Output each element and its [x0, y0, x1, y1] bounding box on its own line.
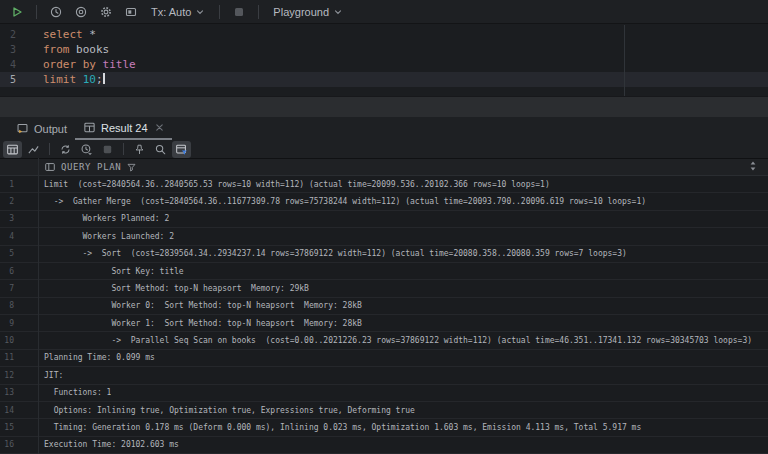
tab-output[interactable]: Output — [8, 117, 75, 140]
chart-view-button[interactable] — [24, 141, 43, 158]
in-editor-results-button[interactable] — [120, 2, 142, 22]
tab-result-24[interactable]: Result 24 — [75, 117, 171, 140]
plan-row-text: Sort Method: top-N heapsort Memory: 29kB — [38, 284, 309, 293]
plan-row-text: -> Gather Merge (cost=2840564.36..116773… — [38, 197, 646, 206]
code-text: select * — [16, 27, 96, 42]
reload-icon — [59, 143, 72, 156]
reload-button[interactable] — [56, 141, 75, 158]
plan-row[interactable]: 5 -> Sort (cost=2839564.34..2934237.14 r… — [0, 246, 768, 263]
plan-row[interactable]: 2 -> Gather Merge (cost=2840564.36..1167… — [0, 193, 768, 210]
clock-icon — [49, 5, 63, 19]
settings-button[interactable] — [95, 2, 117, 22]
plan-row-text: Workers Launched: 2 — [38, 232, 174, 241]
line-number: 5 — [0, 72, 16, 87]
output-console-icon — [16, 122, 29, 135]
code-text: from books — [16, 42, 109, 57]
plan-row[interactable]: 14 Options: Inlining true, Optimization … — [0, 402, 768, 419]
result-toolbar — [0, 140, 768, 158]
sort-arrows-icon — [748, 160, 758, 172]
plan-row-text: -> Sort (cost=2839564.34..2934237.14 row… — [38, 249, 627, 258]
console-selector[interactable]: Playground — [267, 2, 349, 22]
plan-row[interactable]: 6 Sort Key: title — [0, 263, 768, 280]
header-gutter — [0, 159, 38, 175]
plan-row-text: Worker 0: Sort Method: top-N heapsort Me… — [38, 301, 362, 310]
plan-row-text: Worker 1: Sort Method: top-N heapsort Me… — [38, 319, 362, 328]
plan-row[interactable]: 9 Worker 1: Sort Method: top-N heapsort … — [0, 315, 768, 332]
toolbar-separator — [36, 5, 37, 19]
row-number: 4 — [0, 232, 38, 241]
line-number: 2 — [0, 27, 16, 42]
plan-row[interactable]: 16Execution Time: 20102.603 ms — [0, 437, 768, 454]
toolbar-separator — [123, 143, 124, 155]
plan-row[interactable]: 1Limit (cost=2840564.36..2840565.53 rows… — [0, 176, 768, 193]
pin-button[interactable] — [130, 141, 149, 158]
result-tabs-bar: Output Result 24 — [0, 117, 768, 140]
grid-view-icon — [6, 143, 19, 156]
search-icon — [154, 143, 167, 156]
grid-column-header[interactable]: QUERY PLAN — [0, 158, 768, 176]
plan-row[interactable]: 10 -> Parallel Seq Scan on books (cost=0… — [0, 332, 768, 349]
plan-row[interactable]: 8 Worker 0: Sort Method: top-N heapsort … — [0, 298, 768, 315]
auto-refresh-clock-icon — [80, 143, 93, 156]
plan-row[interactable]: 7 Sort Method: top-N heapsort Memory: 29… — [0, 280, 768, 297]
text-caret — [103, 73, 105, 84]
plan-row-text: Functions: 1 — [38, 388, 111, 397]
run-button[interactable] — [6, 2, 28, 22]
plan-row-text: Timing: Generation 0.178 ms (Deform 0.00… — [38, 423, 641, 432]
tx-mode-selector[interactable]: Tx: Auto — [145, 2, 211, 22]
gutter-divider — [38, 158, 39, 454]
row-number: 7 — [0, 284, 38, 293]
plan-row[interactable]: 4 Workers Launched: 2 — [0, 228, 768, 245]
plan-row[interactable]: 15 Timing: Generation 0.178 ms (Deform 0… — [0, 419, 768, 436]
row-number: 13 — [0, 388, 38, 397]
record-button[interactable] — [70, 2, 92, 22]
sort-toggle[interactable] — [748, 160, 758, 172]
line-number: 4 — [0, 57, 16, 72]
sql-editor[interactable]: 2select *3from books4order by title5limi… — [0, 25, 768, 96]
stop-button[interactable] — [228, 2, 250, 22]
top-toolbar: Tx: Auto Playground — [0, 0, 768, 24]
row-number: 5 — [0, 249, 38, 258]
search-button[interactable] — [151, 141, 170, 158]
plan-row-text: Sort Key: title — [38, 267, 184, 276]
plan-row-text: -> Parallel Seq Scan on books (cost=0.00… — [38, 336, 752, 345]
editor-result-splitter[interactable] — [0, 96, 768, 117]
row-number: 1 — [0, 180, 38, 189]
plan-row-text: Planning Time: 0.099 ms — [38, 353, 155, 362]
editor-lines: 2select *3from books4order by title5limi… — [0, 27, 768, 87]
line-number: 3 — [0, 42, 16, 57]
pin-icon — [133, 143, 146, 156]
row-number: 2 — [0, 197, 38, 206]
editor-line[interactable]: 5limit 10; — [0, 72, 768, 87]
plan-row[interactable]: 11Planning Time: 0.099 ms — [0, 350, 768, 367]
plan-row[interactable]: 12JIT: — [0, 367, 768, 384]
code-text: order by title — [16, 57, 136, 72]
row-number: 10 — [0, 336, 38, 345]
table-filter-button[interactable] — [172, 141, 191, 158]
run-icon — [10, 5, 24, 19]
grid-view-button[interactable] — [3, 141, 22, 158]
filter-icon[interactable] — [126, 162, 137, 173]
editor-line[interactable]: 3from books — [0, 42, 768, 57]
table-filter-icon — [175, 143, 188, 156]
gear-icon — [99, 5, 113, 19]
console-selector-label: Playground — [273, 6, 329, 18]
column-header-label: QUERY PLAN — [61, 162, 121, 172]
stop-button[interactable] — [98, 141, 117, 158]
auto-refresh-button[interactable] — [77, 141, 96, 158]
tab-output-label: Output — [34, 123, 67, 135]
close-tab-button[interactable] — [155, 123, 164, 132]
plan-row[interactable]: 13 Functions: 1 — [0, 385, 768, 402]
row-number: 9 — [0, 319, 38, 328]
row-number: 14 — [0, 406, 38, 415]
history-button[interactable] — [45, 2, 67, 22]
toolbar-separator — [258, 5, 259, 19]
plan-row-text: JIT: — [38, 371, 63, 380]
chart-icon — [27, 143, 40, 156]
code-text: limit 10; — [16, 72, 105, 87]
editor-line[interactable]: 2select * — [0, 27, 768, 42]
row-number: 15 — [0, 423, 38, 432]
plan-row[interactable]: 3 Workers Planned: 2 — [0, 211, 768, 228]
editor-line[interactable]: 4order by title — [0, 57, 768, 72]
record-icon — [74, 5, 88, 19]
